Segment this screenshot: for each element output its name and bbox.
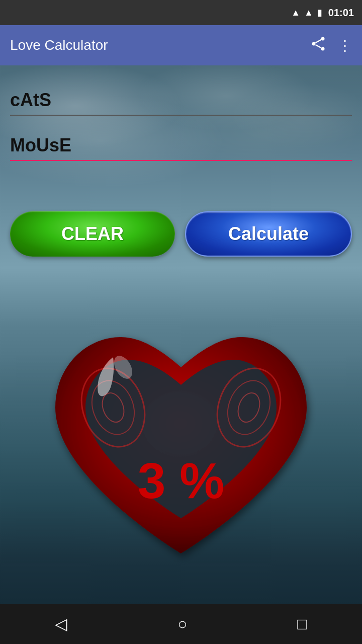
calculate-button[interactable]: Calculate — [185, 211, 352, 257]
app-bar: Love Calculator ⋮ — [0, 25, 362, 65]
svg-point-2 — [321, 47, 325, 50]
name2-wrapper — [10, 131, 352, 161]
name1-input[interactable] — [10, 86, 352, 116]
recent-apps-button[interactable]: □ — [297, 615, 307, 633]
heart-svg: 3 % — [35, 302, 327, 584]
back-button[interactable]: ◁ — [55, 614, 67, 633]
home-button[interactable]: ○ — [177, 615, 187, 633]
name1-wrapper — [10, 86, 352, 116]
app-title: Love Calculator — [10, 37, 299, 53]
signal-icon: ▲ — [304, 8, 313, 18]
status-bar: ▲ ▲ ▮ 01:01 — [0, 0, 362, 25]
wifi-icon: ▲ — [291, 8, 300, 18]
battery-icon: ▮ — [317, 7, 322, 18]
main-content: CLEAR Calculate — [0, 65, 362, 644]
input-area — [0, 75, 362, 186]
svg-point-0 — [321, 37, 325, 40]
percentage-display: 3 % — [138, 452, 224, 509]
svg-point-1 — [312, 42, 316, 45]
button-row: CLEAR Calculate — [0, 211, 362, 257]
heart-container: 3 % — [35, 302, 327, 584]
heart-area: 3 % — [0, 272, 362, 614]
nav-bar: ◁ ○ □ — [0, 604, 362, 644]
status-time: 01:01 — [328, 7, 354, 19]
svg-line-4 — [316, 45, 321, 48]
svg-line-3 — [316, 40, 321, 43]
more-options-button[interactable]: ⋮ — [338, 37, 352, 54]
name2-input[interactable] — [10, 131, 352, 161]
share-button[interactable] — [311, 36, 326, 55]
clear-button[interactable]: CLEAR — [10, 211, 175, 257]
